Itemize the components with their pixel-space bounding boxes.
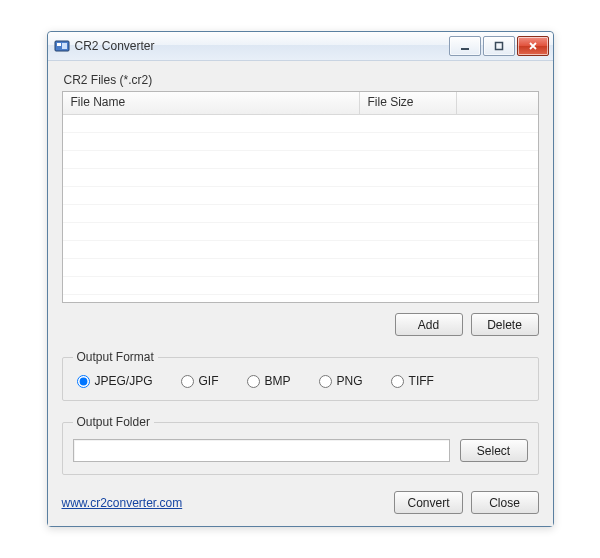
radio-png[interactable]: PNG bbox=[319, 374, 363, 388]
file-list-header: File Name File Size bbox=[63, 92, 538, 115]
website-link[interactable]: www.cr2converter.com bbox=[62, 496, 183, 510]
radio-png-label: PNG bbox=[337, 374, 363, 388]
client-area: CR2 Files (*.cr2) File Name File Size bbox=[48, 61, 553, 526]
close-app-button[interactable]: Close bbox=[471, 491, 539, 514]
output-format-group: Output Format JPEG/JPG GIF BMP PNG TIFF bbox=[62, 350, 539, 401]
radio-bmp[interactable]: BMP bbox=[247, 374, 291, 388]
list-item bbox=[63, 115, 538, 133]
column-file-name[interactable]: File Name bbox=[63, 92, 360, 114]
radio-tiff-label: TIFF bbox=[409, 374, 434, 388]
list-item bbox=[63, 151, 538, 169]
radio-gif[interactable]: GIF bbox=[181, 374, 219, 388]
radio-gif-label: GIF bbox=[199, 374, 219, 388]
list-item bbox=[63, 241, 538, 259]
output-folder-legend: Output Folder bbox=[73, 415, 154, 429]
maximize-button[interactable] bbox=[483, 36, 515, 56]
list-item bbox=[63, 277, 538, 295]
window-controls bbox=[449, 36, 549, 56]
column-file-size[interactable]: File Size bbox=[360, 92, 457, 114]
titlebar[interactable]: CR2 Converter bbox=[48, 32, 553, 61]
radio-tiff[interactable]: TIFF bbox=[391, 374, 434, 388]
output-folder-input[interactable] bbox=[73, 439, 450, 462]
app-icon bbox=[54, 38, 70, 54]
list-item bbox=[63, 259, 538, 277]
radio-jpeg-label: JPEG/JPG bbox=[95, 374, 153, 388]
app-window: CR2 Converter CR2 Files (*.cr2) File Nam… bbox=[47, 31, 554, 527]
svg-rect-1 bbox=[57, 43, 61, 46]
output-folder-group: Output Folder Select bbox=[62, 415, 539, 475]
list-item bbox=[63, 169, 538, 187]
svg-rect-4 bbox=[495, 43, 502, 50]
files-group-label: CR2 Files (*.cr2) bbox=[64, 73, 539, 87]
radio-jpeg-input[interactable] bbox=[77, 375, 90, 388]
radio-bmp-input[interactable] bbox=[247, 375, 260, 388]
radio-tiff-input[interactable] bbox=[391, 375, 404, 388]
minimize-button[interactable] bbox=[449, 36, 481, 56]
column-spacer bbox=[457, 92, 538, 114]
file-list[interactable]: File Name File Size bbox=[62, 91, 539, 303]
close-button[interactable] bbox=[517, 36, 549, 56]
convert-button[interactable]: Convert bbox=[394, 491, 462, 514]
window-title: CR2 Converter bbox=[75, 39, 449, 53]
list-item bbox=[63, 133, 538, 151]
delete-button[interactable]: Delete bbox=[471, 313, 539, 336]
radio-jpeg[interactable]: JPEG/JPG bbox=[77, 374, 153, 388]
radio-gif-input[interactable] bbox=[181, 375, 194, 388]
radio-bmp-label: BMP bbox=[265, 374, 291, 388]
list-item bbox=[63, 187, 538, 205]
list-item bbox=[63, 205, 538, 223]
svg-rect-2 bbox=[62, 43, 67, 49]
output-format-legend: Output Format bbox=[73, 350, 158, 364]
add-button[interactable]: Add bbox=[395, 313, 463, 336]
svg-rect-3 bbox=[461, 48, 469, 50]
radio-png-input[interactable] bbox=[319, 375, 332, 388]
file-list-body[interactable] bbox=[63, 115, 538, 302]
select-folder-button[interactable]: Select bbox=[460, 439, 528, 462]
list-item bbox=[63, 223, 538, 241]
